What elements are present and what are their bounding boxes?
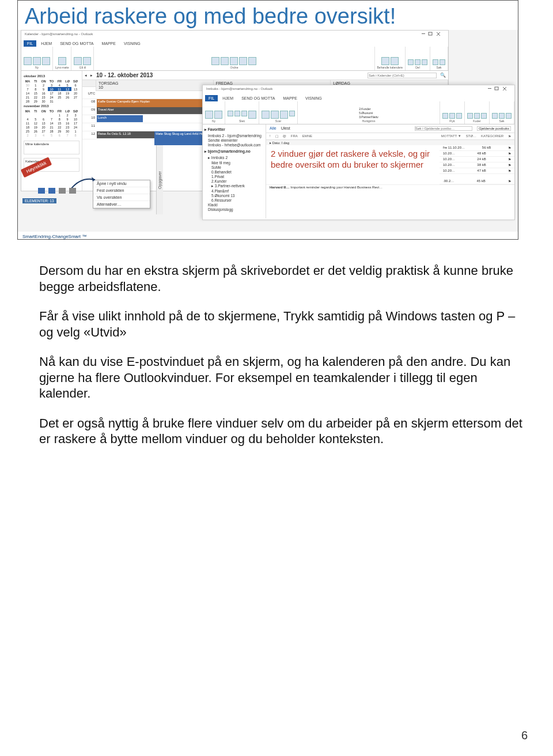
screenshot: Kalender - bjorn@smartendring.no - Outlo… [18, 30, 518, 232]
appointment[interactable]: Lunch [97, 115, 143, 122]
mail-row[interactable]: 10.20…38 kB⚑ [440, 162, 514, 168]
nav-icons[interactable] [38, 188, 76, 194]
mail-row[interactable]: 10.20…48 kB⚑ [440, 151, 514, 157]
status-elements: ELEMENTER: 13 [22, 198, 56, 203]
search-scope[interactable]: Gjeldende postboks [477, 126, 511, 131]
tab-visning[interactable]: VISNING [120, 40, 144, 47]
ribbon-tabs[interactable]: FIL HJEM SEND OG MOTTA MAPPE VISNING [21, 37, 448, 47]
tab-mappe[interactable]: MAPPE [98, 40, 119, 47]
window-controls[interactable] [422, 32, 445, 36]
ribbon: Ny Slett Svar 2.Kunder5.Økonomi3.Partner… [203, 101, 514, 124]
mail-row-subject: Harvard B… Important reminder regarding … [266, 184, 514, 190]
window-controls[interactable] [488, 86, 511, 91]
mail-row[interactable]: 10.20…47 kB⚑ [440, 168, 514, 174]
filter-unread[interactable]: Ulest [281, 126, 290, 131]
tab-fil[interactable]: FIL [205, 95, 218, 101]
nav-next-icon[interactable]: ▸ [90, 73, 93, 78]
ctx-show[interactable]: Vis oversikten [93, 194, 150, 201]
ribbon-tabs[interactable]: FIL HJEM SEND OG MOTTA MAPPE VISNING [203, 92, 514, 101]
tasks-icon[interactable] [69, 188, 76, 194]
tasks-pane-collapsed[interactable]: Oppgaver [156, 145, 163, 214]
tab-send[interactable]: SEND OG MOTTA [56, 40, 97, 47]
tab-visning[interactable]: VISNING [302, 95, 325, 101]
svg-rect-4 [488, 88, 491, 89]
ctx-options[interactable]: Alternativer… [93, 201, 150, 208]
tab-send[interactable]: SEND OG MOTTA [238, 95, 278, 101]
page-number: 6 [521, 729, 528, 742]
mail-row[interactable]: .00.2…45 kB⚑ [440, 179, 514, 184]
mail-row[interactable]: fre 11.10.20…56 kB⚑ [440, 145, 514, 151]
callout-text: 2 vinduer gjør det raskere å veksle, og … [266, 145, 440, 184]
footer-brand: SmartEndring-ChangeSmart ™ [18, 232, 518, 239]
svg-rect-5 [495, 87, 498, 90]
calendar-icon[interactable] [48, 188, 55, 194]
tab-hjem[interactable]: HJEM [219, 95, 237, 101]
ctx-open-new-window[interactable]: Åpne i nytt vindu [93, 180, 150, 187]
tab-hjem[interactable]: HJEM [37, 40, 55, 47]
search-icon[interactable]: 🔍 [440, 73, 446, 78]
mail-row[interactable]: 10.20…24 kB⚑ [440, 157, 514, 162]
nav-prev-icon[interactable]: ◂ [85, 73, 87, 78]
tab-fil[interactable]: FIL [24, 40, 36, 47]
appointment[interactable]: Reise Ås Oslo S. 12.18 [97, 131, 154, 138]
date-range: 10 - 12. oktober 2013 [96, 72, 153, 78]
folder-pane[interactable]: ▸ Favoritter Innboks 2 - bjorn@smartendr… [203, 124, 266, 218]
my-calendars[interactable]: Mine kalendere [24, 141, 79, 154]
outlook-mail-window: Innboks - bjorn@smartendring.no - Outloo… [202, 85, 515, 220]
ribbon: Ny Lync-møte Gå til Ordne Behandle kalen… [21, 47, 448, 71]
mail-search-input[interactable] [415, 126, 472, 131]
tab-mappe[interactable]: MAPPE [279, 95, 301, 101]
ctx-pin[interactable]: Fest oversikten [93, 187, 150, 194]
window-title: Kalender - bjorn@smartendring.no - Outlo… [25, 32, 93, 36]
context-menu[interactable]: Åpne i nytt vindu Fest oversikten Vis ov… [93, 180, 150, 209]
svg-rect-1 [429, 32, 432, 35]
slide-title: Arbeid raskere og med bedre oversikt! [18, 1, 518, 30]
window-title: Innboks - bjorn@smartendring.no - Outloo… [206, 87, 272, 90]
calendar-search-input[interactable] [368, 73, 437, 78]
column-headers[interactable]: ! ☐@ FRAEMNE MOTTATT ▼STØ…KATEGORIER⚑ [266, 133, 514, 140]
people-icon[interactable] [59, 188, 66, 194]
mail-icon[interactable] [38, 188, 45, 194]
body-text: Dersom du har en ekstra skjerm på skrive… [39, 263, 523, 447]
svg-rect-0 [422, 33, 425, 34]
date-group[interactable]: ▸ Dato: I dag [266, 140, 514, 145]
appointment[interactable]: Travel Aker [97, 107, 213, 114]
filter-all[interactable]: Alle [270, 126, 276, 131]
